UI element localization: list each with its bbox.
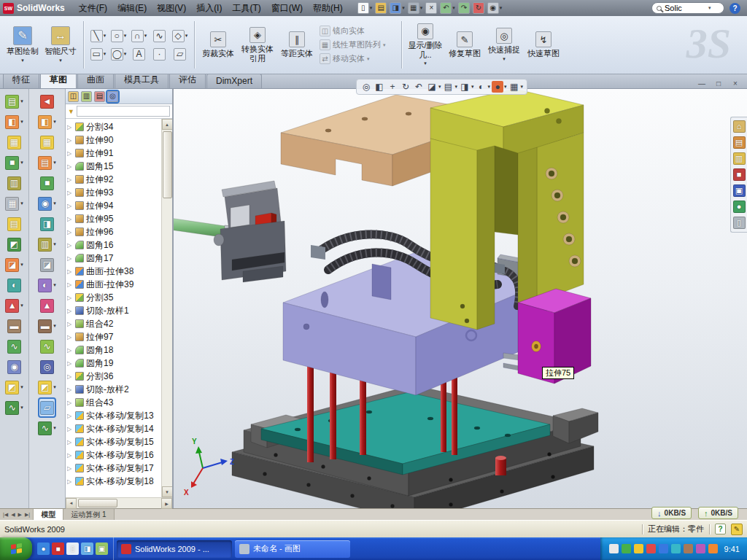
- expander-icon[interactable]: ▷: [67, 176, 73, 183]
- display-delete-relations-button[interactable]: ◉ 显示/删除几.. ▾: [406, 18, 444, 71]
- zoom-fit-icon[interactable]: ◎ ▾: [360, 81, 372, 93]
- tree-item[interactable]: ▷ 实体-移动/复制18: [67, 475, 161, 488]
- quicklaunch-media-player-icon[interactable]: ◨: [81, 542, 93, 555]
- toolbar2-button-7[interactable]: ◨ ▾: [39, 215, 55, 233]
- taskbar-task-solidworks[interactable]: SolidWorks 2009 - ...: [117, 540, 232, 558]
- design-library-icon[interactable]: ▤: [733, 136, 746, 149]
- toolbar1-button-2[interactable]: ◧ ▾: [4, 113, 24, 131]
- quicklaunch-show-desktop-icon[interactable]: ▯: [66, 542, 79, 555]
- tree-item[interactable]: ▷ 拉伸95: [67, 212, 161, 225]
- print-icon[interactable]: ▦ ▾: [407, 1, 424, 15]
- expander-icon[interactable]: ▷: [67, 465, 73, 472]
- options-icon[interactable]: ◉ ▾: [487, 1, 503, 15]
- dropdown-caret-icon[interactable]: ▾: [53, 282, 56, 288]
- tree-item[interactable]: ▷ 分割36: [67, 370, 161, 383]
- dropdown-caret-icon[interactable]: ▾: [20, 160, 23, 166]
- sketch-button[interactable]: ✎ 草图绘制 ▾: [4, 18, 41, 71]
- tree-item[interactable]: ▷ 曲面-拉伸39: [67, 278, 161, 291]
- tree-horizontal-scrollbar[interactable]: ◄ ▶: [66, 497, 172, 508]
- rotate-view-icon[interactable]: ↻ ▾: [400, 81, 411, 93]
- menu-item[interactable]: 视图(V): [152, 0, 191, 17]
- custom-properties-icon[interactable]: ●: [733, 201, 746, 213]
- tree-item[interactable]: ▷ 切除-放样2: [67, 383, 161, 396]
- tree-item[interactable]: ▷ 拉伸91: [67, 147, 161, 160]
- toolbar1-button-4[interactable]: ■ ▾: [4, 154, 24, 171]
- clamp-unit-part[interactable]: [214, 181, 286, 282]
- expander-icon[interactable]: ▷: [67, 163, 73, 170]
- view-palette-icon[interactable]: ▣: [733, 184, 746, 197]
- open-icon[interactable]: ▤ ▾: [374, 1, 387, 15]
- toolbar2-button-11[interactable]: ▲ ▾: [39, 297, 55, 314]
- stop-pin-part[interactable]: [495, 456, 506, 475]
- smart-dimension-button[interactable]: ↔ 智能尺寸 ▾: [42, 18, 79, 71]
- spacer-block-right-part[interactable]: [553, 408, 598, 443]
- zoom-area-icon[interactable]: ◧ ▾: [374, 81, 385, 93]
- expander-icon[interactable]: ▷: [67, 452, 73, 459]
- tree-item[interactable]: ▷ 实体-移动/复制16: [67, 448, 161, 462]
- toolbar2-button-9[interactable]: ◪ ▾: [39, 256, 55, 273]
- tree-item[interactable]: ▷ 拉伸96: [67, 225, 161, 238]
- expander-icon[interactable]: ▷: [67, 190, 73, 196]
- toolbar2-button-4[interactable]: ▤ ▾: [37, 154, 57, 171]
- dropdown-caret-icon[interactable]: ▾: [452, 5, 455, 11]
- tab-dimxpert[interactable]: DimXpert: [206, 74, 262, 88]
- toolbar1-button-16[interactable]: ∿ ▾: [4, 399, 24, 416]
- help-icon[interactable]: ?: [729, 3, 740, 14]
- tree-item[interactable]: ▷ 组合43: [67, 396, 161, 409]
- convert-entities-button[interactable]: ◈ 转换实体引用: [239, 18, 276, 71]
- menu-item[interactable]: 工具(T): [227, 0, 266, 17]
- menu-item[interactable]: 编辑(E): [112, 0, 152, 17]
- tree-item[interactable]: ▷ 实体-移动/复制14: [67, 422, 161, 435]
- expander-icon[interactable]: ▷: [67, 216, 73, 222]
- start-button[interactable]: [0, 537, 32, 560]
- tray-icon-2[interactable]: [622, 544, 631, 553]
- dropdown-caret-icon[interactable]: ▾: [424, 61, 427, 66]
- tray-icon-4[interactable]: [646, 544, 656, 553]
- tree-item[interactable]: ▷ 组合42: [67, 317, 161, 330]
- tree-item[interactable]: ▷ 分割35: [67, 291, 161, 304]
- toolbar1-button-6[interactable]: ▦ ▾: [4, 195, 24, 212]
- tree-item[interactable]: ▷ 拉伸90: [67, 133, 161, 147]
- dropdown-caret-icon[interactable]: ▾: [438, 84, 441, 90]
- menu-item[interactable]: 窗口(W): [266, 0, 308, 17]
- dropdown-caret-icon[interactable]: ▾: [521, 84, 524, 90]
- toolbar2-button-1[interactable]: ◄ ▾: [39, 93, 55, 110]
- toolbar2-button-16[interactable]: ▱ ▾: [39, 399, 55, 416]
- dropdown-caret-icon[interactable]: ▾: [402, 5, 405, 11]
- dropdown-caret-icon[interactable]: ▾: [20, 303, 23, 308]
- toolbar1-button-3[interactable]: ▦ ▾: [7, 133, 22, 151]
- menu-item[interactable]: 帮助(H): [308, 0, 348, 17]
- expander-icon[interactable]: ▷: [67, 478, 73, 485]
- toolbar2-button-10[interactable]: ◐ ▾: [37, 276, 57, 294]
- tree-item[interactable]: ▷ 圆角16: [67, 238, 161, 252]
- previous-view-icon[interactable]: ↶ ▾: [413, 81, 425, 93]
- dropdown-caret-icon[interactable]: ▾: [383, 42, 386, 48]
- linear-sketch-pattern-button[interactable]: ▦ 线性草图阵列 ▾: [320, 39, 397, 50]
- tree-item[interactable]: ▷ 圆角15: [67, 160, 161, 173]
- rebuild-icon[interactable]: ↻ ▾: [472, 1, 485, 15]
- toolbar1-button-9[interactable]: ◪ ▾: [4, 256, 24, 273]
- taskbar-task-paint[interactable]: 未命名 - 画图: [235, 540, 350, 558]
- dropdown-caret-icon[interactable]: ▾: [20, 384, 23, 390]
- tab-nav-button[interactable]: ▶: [18, 512, 23, 518]
- expander-icon[interactable]: ▷: [67, 242, 73, 249]
- tree-item[interactable]: ▷ 拉伸92: [67, 173, 161, 186]
- appearances-icon[interactable]: ■: [733, 168, 746, 181]
- dropdown-caret-icon[interactable]: ▾: [53, 160, 56, 166]
- pan-icon[interactable]: + ▾: [387, 81, 398, 93]
- apply-scene-icon[interactable]: ▦ ▾: [508, 81, 524, 93]
- dropdown-caret-icon[interactable]: ▾: [124, 33, 127, 39]
- featuremanager-tab-icon[interactable]: ◫: [68, 91, 79, 102]
- rapid-sketch-button[interactable]: ↯ 快速草图 ▾: [525, 18, 562, 71]
- dropdown-caret-icon[interactable]: ▾: [488, 84, 491, 90]
- dropdown-caret-icon[interactable]: ▾: [504, 84, 507, 90]
- tree-item[interactable]: ▷ 实体-移动/复制17: [67, 462, 161, 475]
- toolbar1-button-13[interactable]: ∿ ▾: [7, 338, 22, 355]
- dropdown-caret-icon[interactable]: ▾: [104, 51, 107, 57]
- expander-icon[interactable]: ▷: [67, 124, 73, 131]
- search-caret-icon[interactable]: ▾: [708, 5, 711, 11]
- scroll-down-button[interactable]: ▼: [162, 486, 173, 497]
- tray-icon-8[interactable]: [696, 544, 705, 553]
- toolbar1-button-1[interactable]: ▤ ▾: [4, 93, 24, 110]
- dropdown-caret-icon[interactable]: ▾: [104, 33, 107, 39]
